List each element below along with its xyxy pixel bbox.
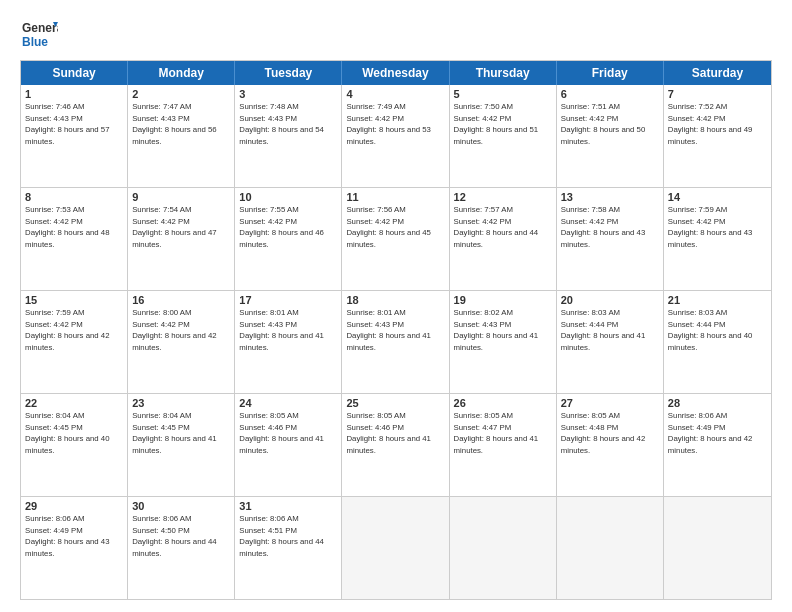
page: General Blue SundayMondayTuesdayWednesda… bbox=[0, 0, 792, 612]
cell-info: Sunrise: 7:54 AMSunset: 4:42 PMDaylight:… bbox=[132, 205, 217, 249]
cell-info: Sunrise: 8:02 AMSunset: 4:43 PMDaylight:… bbox=[454, 308, 539, 352]
calendar-week: 15 Sunrise: 7:59 AMSunset: 4:42 PMDaylig… bbox=[21, 291, 771, 394]
cell-info: Sunrise: 7:55 AMSunset: 4:42 PMDaylight:… bbox=[239, 205, 324, 249]
header: General Blue bbox=[20, 16, 772, 54]
cell-info: Sunrise: 7:46 AMSunset: 4:43 PMDaylight:… bbox=[25, 102, 110, 146]
day-number: 24 bbox=[239, 397, 337, 409]
cell-info: Sunrise: 8:05 AMSunset: 4:48 PMDaylight:… bbox=[561, 411, 646, 455]
cal-cell: 31 Sunrise: 8:06 AMSunset: 4:51 PMDaylig… bbox=[235, 497, 342, 599]
cal-cell: 9 Sunrise: 7:54 AMSunset: 4:42 PMDayligh… bbox=[128, 188, 235, 290]
day-number: 2 bbox=[132, 88, 230, 100]
cell-info: Sunrise: 8:04 AMSunset: 4:45 PMDaylight:… bbox=[132, 411, 217, 455]
cell-info: Sunrise: 8:03 AMSunset: 4:44 PMDaylight:… bbox=[668, 308, 753, 352]
day-number: 22 bbox=[25, 397, 123, 409]
day-number: 6 bbox=[561, 88, 659, 100]
calendar: SundayMondayTuesdayWednesdayThursdayFrid… bbox=[20, 60, 772, 600]
day-number: 8 bbox=[25, 191, 123, 203]
calendar-body: 1 Sunrise: 7:46 AMSunset: 4:43 PMDayligh… bbox=[21, 85, 771, 599]
cal-cell: 30 Sunrise: 8:06 AMSunset: 4:50 PMDaylig… bbox=[128, 497, 235, 599]
cal-cell: 13 Sunrise: 7:58 AMSunset: 4:42 PMDaylig… bbox=[557, 188, 664, 290]
cell-info: Sunrise: 7:49 AMSunset: 4:42 PMDaylight:… bbox=[346, 102, 431, 146]
svg-text:General: General bbox=[22, 21, 58, 35]
day-number: 31 bbox=[239, 500, 337, 512]
cal-cell: 11 Sunrise: 7:56 AMSunset: 4:42 PMDaylig… bbox=[342, 188, 449, 290]
cal-cell: 1 Sunrise: 7:46 AMSunset: 4:43 PMDayligh… bbox=[21, 85, 128, 187]
cal-day-header: Saturday bbox=[664, 61, 771, 85]
day-number: 25 bbox=[346, 397, 444, 409]
cal-cell: 17 Sunrise: 8:01 AMSunset: 4:43 PMDaylig… bbox=[235, 291, 342, 393]
day-number: 13 bbox=[561, 191, 659, 203]
calendar-week: 22 Sunrise: 8:04 AMSunset: 4:45 PMDaylig… bbox=[21, 394, 771, 497]
day-number: 5 bbox=[454, 88, 552, 100]
calendar-week: 8 Sunrise: 7:53 AMSunset: 4:42 PMDayligh… bbox=[21, 188, 771, 291]
cell-info: Sunrise: 8:06 AMSunset: 4:49 PMDaylight:… bbox=[668, 411, 753, 455]
day-number: 27 bbox=[561, 397, 659, 409]
cal-cell: 25 Sunrise: 8:05 AMSunset: 4:46 PMDaylig… bbox=[342, 394, 449, 496]
cal-cell: 12 Sunrise: 7:57 AMSunset: 4:42 PMDaylig… bbox=[450, 188, 557, 290]
cal-cell: 7 Sunrise: 7:52 AMSunset: 4:42 PMDayligh… bbox=[664, 85, 771, 187]
cell-info: Sunrise: 7:50 AMSunset: 4:42 PMDaylight:… bbox=[454, 102, 539, 146]
cal-cell-empty bbox=[342, 497, 449, 599]
day-number: 23 bbox=[132, 397, 230, 409]
calendar-week: 1 Sunrise: 7:46 AMSunset: 4:43 PMDayligh… bbox=[21, 85, 771, 188]
cell-info: Sunrise: 7:51 AMSunset: 4:42 PMDaylight:… bbox=[561, 102, 646, 146]
day-number: 15 bbox=[25, 294, 123, 306]
day-number: 28 bbox=[668, 397, 767, 409]
day-number: 17 bbox=[239, 294, 337, 306]
cal-cell: 10 Sunrise: 7:55 AMSunset: 4:42 PMDaylig… bbox=[235, 188, 342, 290]
cal-cell: 6 Sunrise: 7:51 AMSunset: 4:42 PMDayligh… bbox=[557, 85, 664, 187]
day-number: 21 bbox=[668, 294, 767, 306]
cal-cell: 2 Sunrise: 7:47 AMSunset: 4:43 PMDayligh… bbox=[128, 85, 235, 187]
cell-info: Sunrise: 7:59 AMSunset: 4:42 PMDaylight:… bbox=[25, 308, 110, 352]
calendar-week: 29 Sunrise: 8:06 AMSunset: 4:49 PMDaylig… bbox=[21, 497, 771, 599]
day-number: 4 bbox=[346, 88, 444, 100]
cal-cell: 20 Sunrise: 8:03 AMSunset: 4:44 PMDaylig… bbox=[557, 291, 664, 393]
cell-info: Sunrise: 7:57 AMSunset: 4:42 PMDaylight:… bbox=[454, 205, 539, 249]
cal-cell: 29 Sunrise: 8:06 AMSunset: 4:49 PMDaylig… bbox=[21, 497, 128, 599]
cell-info: Sunrise: 7:52 AMSunset: 4:42 PMDaylight:… bbox=[668, 102, 753, 146]
day-number: 26 bbox=[454, 397, 552, 409]
cal-cell-empty bbox=[664, 497, 771, 599]
cell-info: Sunrise: 8:00 AMSunset: 4:42 PMDaylight:… bbox=[132, 308, 217, 352]
cell-info: Sunrise: 7:48 AMSunset: 4:43 PMDaylight:… bbox=[239, 102, 324, 146]
cal-cell: 18 Sunrise: 8:01 AMSunset: 4:43 PMDaylig… bbox=[342, 291, 449, 393]
cell-info: Sunrise: 8:06 AMSunset: 4:49 PMDaylight:… bbox=[25, 514, 110, 558]
cal-cell: 19 Sunrise: 8:02 AMSunset: 4:43 PMDaylig… bbox=[450, 291, 557, 393]
cal-cell: 24 Sunrise: 8:05 AMSunset: 4:46 PMDaylig… bbox=[235, 394, 342, 496]
svg-text:Blue: Blue bbox=[22, 35, 48, 49]
cal-cell: 27 Sunrise: 8:05 AMSunset: 4:48 PMDaylig… bbox=[557, 394, 664, 496]
logo-svg: General Blue bbox=[20, 16, 58, 54]
cal-cell: 23 Sunrise: 8:04 AMSunset: 4:45 PMDaylig… bbox=[128, 394, 235, 496]
cal-day-header: Thursday bbox=[450, 61, 557, 85]
day-number: 18 bbox=[346, 294, 444, 306]
cell-info: Sunrise: 7:53 AMSunset: 4:42 PMDaylight:… bbox=[25, 205, 110, 249]
cal-day-header: Sunday bbox=[21, 61, 128, 85]
cal-cell: 4 Sunrise: 7:49 AMSunset: 4:42 PMDayligh… bbox=[342, 85, 449, 187]
day-number: 19 bbox=[454, 294, 552, 306]
cell-info: Sunrise: 8:03 AMSunset: 4:44 PMDaylight:… bbox=[561, 308, 646, 352]
cal-day-header: Friday bbox=[557, 61, 664, 85]
cal-cell-empty bbox=[557, 497, 664, 599]
logo: General Blue bbox=[20, 16, 58, 54]
day-number: 3 bbox=[239, 88, 337, 100]
cal-cell: 8 Sunrise: 7:53 AMSunset: 4:42 PMDayligh… bbox=[21, 188, 128, 290]
cal-cell: 3 Sunrise: 7:48 AMSunset: 4:43 PMDayligh… bbox=[235, 85, 342, 187]
cal-cell: 21 Sunrise: 8:03 AMSunset: 4:44 PMDaylig… bbox=[664, 291, 771, 393]
calendar-header: SundayMondayTuesdayWednesdayThursdayFrid… bbox=[21, 61, 771, 85]
day-number: 16 bbox=[132, 294, 230, 306]
day-number: 7 bbox=[668, 88, 767, 100]
cal-cell: 15 Sunrise: 7:59 AMSunset: 4:42 PMDaylig… bbox=[21, 291, 128, 393]
day-number: 29 bbox=[25, 500, 123, 512]
cell-info: Sunrise: 8:01 AMSunset: 4:43 PMDaylight:… bbox=[239, 308, 324, 352]
cal-day-header: Tuesday bbox=[235, 61, 342, 85]
cal-cell: 14 Sunrise: 7:59 AMSunset: 4:42 PMDaylig… bbox=[664, 188, 771, 290]
day-number: 14 bbox=[668, 191, 767, 203]
cell-info: Sunrise: 7:58 AMSunset: 4:42 PMDaylight:… bbox=[561, 205, 646, 249]
day-number: 1 bbox=[25, 88, 123, 100]
cal-cell: 28 Sunrise: 8:06 AMSunset: 4:49 PMDaylig… bbox=[664, 394, 771, 496]
cell-info: Sunrise: 8:04 AMSunset: 4:45 PMDaylight:… bbox=[25, 411, 110, 455]
cal-cell: 26 Sunrise: 8:05 AMSunset: 4:47 PMDaylig… bbox=[450, 394, 557, 496]
day-number: 20 bbox=[561, 294, 659, 306]
day-number: 9 bbox=[132, 191, 230, 203]
cal-cell: 22 Sunrise: 8:04 AMSunset: 4:45 PMDaylig… bbox=[21, 394, 128, 496]
